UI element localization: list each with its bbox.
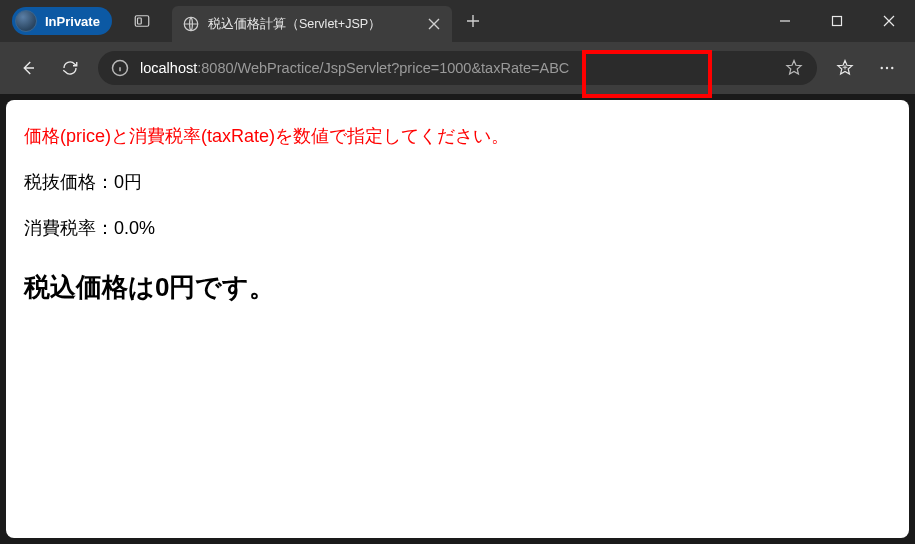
address-bar[interactable]: localhost:8080/WebPractice/JspServlet?pr… — [98, 51, 817, 85]
profile-avatar-icon — [15, 10, 37, 32]
browser-tab[interactable]: 税込価格計算（Servlet+JSP） — [172, 6, 452, 42]
minimize-button[interactable] — [759, 0, 811, 42]
site-info-icon[interactable] — [110, 58, 130, 78]
browser-titlebar: InPrivate 税込価格計算（Servlet+JSP） — [0, 0, 915, 42]
error-message: 価格(price)と消費税率(taxRate)を数値で指定してください。 — [24, 124, 891, 148]
svg-point-6 — [886, 67, 888, 69]
back-button[interactable] — [8, 48, 48, 88]
refresh-button[interactable] — [50, 48, 90, 88]
tab-actions-button[interactable] — [122, 3, 162, 39]
more-button[interactable] — [867, 48, 907, 88]
svg-point-7 — [891, 67, 893, 69]
favorite-button[interactable] — [779, 53, 809, 83]
maximize-button[interactable] — [811, 0, 863, 42]
new-tab-button[interactable] — [456, 4, 490, 38]
tab-close-button[interactable] — [420, 10, 448, 38]
window-controls — [759, 0, 915, 42]
globe-icon — [182, 15, 200, 33]
page-content: 価格(price)と消費税率(taxRate)を数値で指定してください。 税抜価… — [6, 100, 909, 538]
svg-rect-3 — [833, 17, 842, 26]
result-heading: 税込価格は0円です。 — [24, 270, 891, 305]
price-line: 税抜価格：0円 — [24, 170, 891, 194]
inprivate-badge[interactable]: InPrivate — [12, 7, 112, 35]
browser-toolbar: localhost:8080/WebPractice/JspServlet?pr… — [0, 42, 915, 94]
url-text: localhost:8080/WebPractice/JspServlet?pr… — [140, 60, 779, 76]
collections-button[interactable] — [825, 48, 865, 88]
tab-title: 税込価格計算（Servlet+JSP） — [208, 16, 420, 33]
close-window-button[interactable] — [863, 0, 915, 42]
svg-rect-1 — [137, 18, 141, 24]
svg-point-5 — [881, 67, 883, 69]
url-host: localhost — [140, 60, 197, 76]
url-path: :8080/WebPractice/JspServlet?price=1000&… — [197, 60, 569, 76]
inprivate-label: InPrivate — [45, 14, 100, 29]
taxrate-line: 消費税率：0.0% — [24, 216, 891, 240]
